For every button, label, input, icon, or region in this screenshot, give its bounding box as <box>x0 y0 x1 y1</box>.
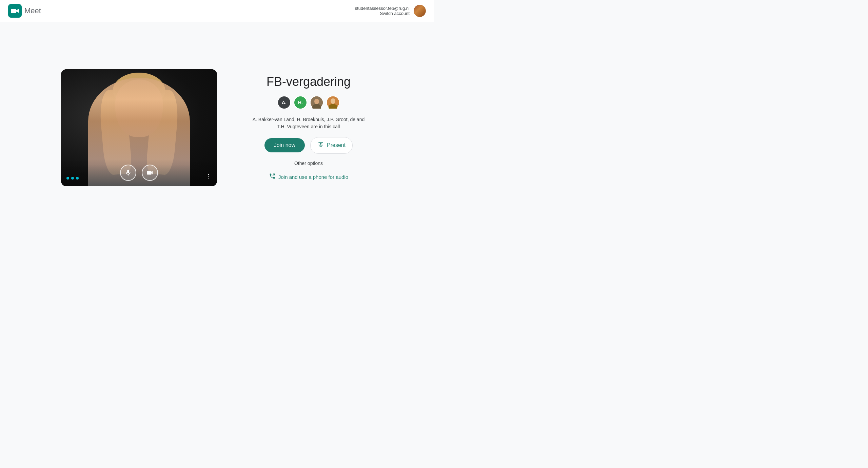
video-controls: ⋮ <box>61 159 217 186</box>
account-info: studentassessor.feb@rug.nl Switch accoun… <box>355 6 410 16</box>
dot-3 <box>76 177 79 180</box>
present-label: Present <box>327 142 346 148</box>
phone-icon <box>269 173 276 181</box>
other-options-label: Other options <box>294 161 323 166</box>
three-dots-icon[interactable]: ⋮ <box>205 173 212 180</box>
participant-avatar-h: H. <box>294 96 307 109</box>
meet-logo-icon <box>8 4 22 18</box>
account-email: studentassessor.feb@rug.nl <box>355 6 410 11</box>
participants-text: A. Bakker-van Land, H. Broekhuis, J.P. G… <box>251 116 366 130</box>
dot-1 <box>66 177 69 180</box>
phone-audio-label: Join and use a phone for audio <box>278 174 348 180</box>
participant-avatar-a: A. <box>277 96 291 109</box>
participant-avatar-th <box>326 96 340 109</box>
switch-account-link[interactable]: Switch account <box>355 11 410 16</box>
phone-audio-link[interactable]: Join and use a phone for audio <box>269 173 348 181</box>
dot-2 <box>71 177 74 180</box>
main-content: ⋮ FB-vergadering A. H. A. Bakker-van Lan… <box>0 22 434 234</box>
mic-button[interactable] <box>120 165 136 181</box>
participants-avatars: A. H. <box>277 96 340 109</box>
present-icon <box>317 141 324 150</box>
more-options-video[interactable]: ⋮ <box>205 173 212 180</box>
video-preview: ⋮ <box>61 69 217 186</box>
header: Meet studentassessor.feb@rug.nl Switch a… <box>0 0 434 22</box>
camera-button[interactable] <box>142 165 158 181</box>
right-panel: FB-vergadering A. H. A. Bakker-van Land,… <box>244 75 373 181</box>
dots-left <box>66 177 79 180</box>
meeting-title: FB-vergadering <box>267 75 351 89</box>
app-title: Meet <box>24 6 41 15</box>
present-button[interactable]: Present <box>310 137 353 154</box>
participant-avatar-jp <box>310 96 323 109</box>
svg-point-5 <box>331 98 335 104</box>
join-now-button[interactable]: Join now <box>264 138 305 152</box>
action-buttons: Join now Present <box>264 137 353 154</box>
avatar[interactable] <box>414 5 426 17</box>
svg-point-2 <box>314 99 319 104</box>
account-section: studentassessor.feb@rug.nl Switch accoun… <box>355 5 426 17</box>
avatar-image <box>414 5 426 17</box>
logo-area: Meet <box>8 4 41 18</box>
